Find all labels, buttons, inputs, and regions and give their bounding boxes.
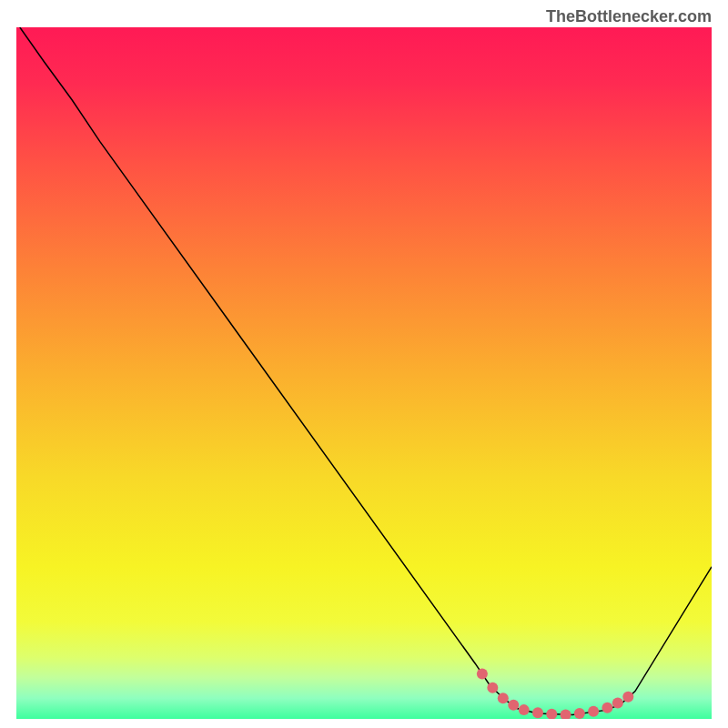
highlight-dot: [612, 698, 623, 709]
bottleneck-chart: [16, 27, 712, 719]
watermark-text: TheBottlenecker.com: [546, 7, 712, 26]
chart-container: [16, 27, 712, 719]
highlight-dot: [574, 708, 585, 719]
highlight-dot: [519, 704, 530, 715]
highlight-dot: [602, 703, 612, 713]
highlight-dot: [498, 693, 509, 703]
highlight-dot: [487, 682, 498, 693]
highlight-dot: [622, 692, 633, 703]
highlight-dot: [508, 700, 519, 711]
highlight-dot: [477, 669, 488, 680]
chart-gradient-bg: [16, 27, 712, 719]
highlight-dot: [588, 706, 599, 717]
highlight-dot: [532, 707, 543, 718]
